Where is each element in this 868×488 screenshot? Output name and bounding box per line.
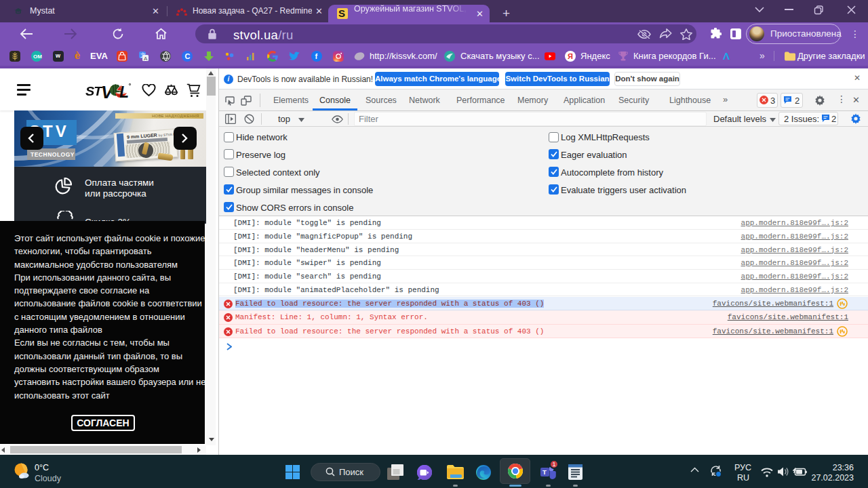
svg-text:T: T	[542, 468, 547, 476]
svg-text:A: A	[144, 56, 148, 62]
